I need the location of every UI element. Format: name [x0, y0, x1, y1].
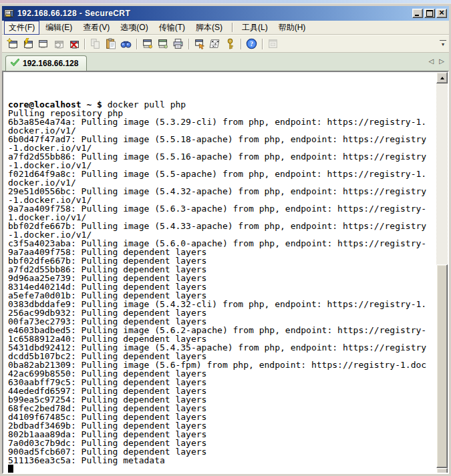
minimize-button[interactable]	[412, 9, 423, 18]
global-options-icon[interactable]	[192, 37, 207, 51]
scrollbar-thumb[interactable]	[436, 264, 448, 468]
toolbar: ?▾	[2, 35, 449, 53]
connected-check-icon	[11, 58, 19, 69]
menu-bar: 文件(F)编辑(E)查看(V)选项(O)传输(T)脚本(S)工具(L)帮助(H)	[2, 21, 449, 35]
securecrt-app-icon	[4, 8, 15, 19]
quick-connect-icon[interactable]	[20, 37, 35, 51]
scroll-down-icon[interactable]	[436, 468, 448, 474]
new-session-icon[interactable]	[5, 37, 20, 51]
session-tab[interactable]: 192.168.66.128	[5, 55, 87, 71]
app-window-icon	[265, 37, 281, 51]
menu-separator	[232, 23, 233, 32]
toolbar-separator	[84, 39, 85, 49]
window-title: 192.168.66.128 - SecureCRT	[17, 9, 410, 18]
paste-icon[interactable]	[103, 37, 118, 51]
maximize-button[interactable]	[424, 9, 435, 18]
menu-item[interactable]: 文件(F)	[4, 21, 39, 35]
title-bar[interactable]: 192.168.66.128 - SecureCRT	[2, 6, 449, 21]
app-window-frame: 192.168.66.128 - SecureCRT 文件(F)编辑(E)查看(…	[0, 3, 451, 476]
tab-scroll-left-icon[interactable]: ◁	[429, 57, 434, 65]
window-controls	[412, 9, 447, 18]
menu-item[interactable]: 脚本(S)	[191, 21, 227, 35]
clone-session-icon[interactable]	[155, 37, 170, 51]
tab-scroll-right-icon[interactable]: ▷	[439, 57, 444, 65]
toolbar-separator	[262, 39, 263, 49]
key-agent-icon[interactable]	[222, 37, 238, 51]
toolbar-separator	[241, 39, 241, 49]
terminal-line: 511136ea3c5a: Pulling metadata	[8, 456, 436, 465]
disconnect-icon[interactable]	[66, 37, 82, 51]
connect-in-tab-icon[interactable]	[35, 37, 51, 51]
menu-item[interactable]: 选项(O)	[116, 21, 152, 35]
copy-icon	[88, 37, 103, 51]
print-icon[interactable]	[170, 37, 186, 51]
menu-item[interactable]: 传输(T)	[154, 21, 190, 35]
help-icon[interactable]: ?	[244, 37, 259, 51]
tab-strip: 192.168.66.128	[5, 57, 87, 69]
svg-text:?: ?	[250, 40, 253, 47]
menu-item[interactable]: 工具(L)	[237, 21, 273, 35]
terminal-pane[interactable]: core@localhost ~ $ docker pull phpPullin…	[2, 71, 449, 474]
toolbar-separator	[136, 39, 137, 49]
terminal-line	[8, 465, 436, 473]
toolbar-separator	[188, 39, 189, 49]
session-options-icon[interactable]	[140, 37, 155, 51]
tab-scroll-buttons: ◁ ▷	[429, 57, 444, 65]
close-button[interactable]	[436, 9, 447, 18]
tab-label: 192.168.66.128	[23, 59, 78, 68]
toolbar-overflow-chevron-icon[interactable]: ▾	[440, 40, 446, 48]
menu-item[interactable]: 帮助(H)	[274, 21, 311, 35]
vertical-scrollbar[interactable]	[436, 72, 448, 473]
menu-item[interactable]: 查看(V)	[78, 21, 114, 35]
terminal-cursor	[8, 465, 13, 473]
reconnect-icon	[51, 37, 66, 51]
find-icon[interactable]	[118, 37, 134, 51]
scroll-up-icon[interactable]	[436, 72, 448, 83]
securecrt-window: { "window": { "title": "192.168.66.128 -…	[0, 0, 451, 476]
keymap-editor-icon[interactable]	[207, 37, 222, 51]
tab-bar: 192.168.66.128 ◁ ▷	[2, 53, 449, 71]
terminal-output[interactable]: core@localhost ~ $ docker pull phpPullin…	[3, 72, 436, 473]
menu-item[interactable]: 编辑(E)	[41, 21, 77, 35]
